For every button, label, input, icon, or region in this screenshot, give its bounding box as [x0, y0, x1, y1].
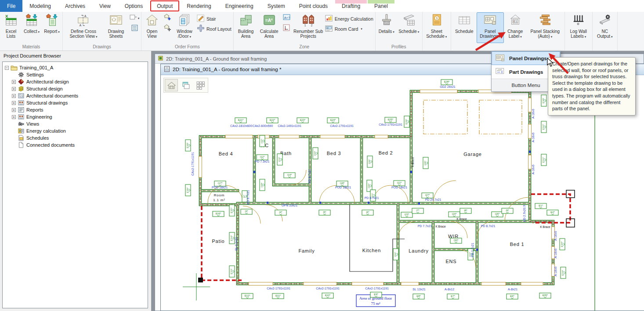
house-move-button[interactable]	[162, 24, 173, 33]
sheet-schedule-button[interactable]: 1Sheet Schedule▾	[423, 12, 450, 43]
window-door-button[interactable]: Window /Door▾	[173, 12, 196, 43]
window-door-icon	[178, 14, 191, 27]
excel-lists-button[interactable]: XExcel Lists	[1, 12, 21, 43]
a-eq-button[interactable]: A=?	[282, 14, 292, 23]
tab-rendering[interactable]: Rendering	[180, 0, 218, 12]
home-view-button[interactable]	[165, 79, 178, 91]
tree-item-label: Architectural documents	[26, 93, 78, 98]
svg-text:I8*: I8*	[464, 209, 467, 212]
tab-point-clouds[interactable]: Point clouds	[292, 0, 335, 12]
tab-archives[interactable]: Archives	[58, 0, 92, 12]
schedule-button[interactable]: Schedule	[452, 12, 477, 43]
panel-stacking-icon	[539, 14, 552, 27]
tree-item-reports[interactable]: +Reports	[4, 106, 147, 113]
room-card-button[interactable]: A¹Room Card▾	[325, 24, 373, 33]
tree-expander[interactable]: −	[5, 66, 9, 70]
tree-item-label: Engineering	[26, 114, 52, 119]
dropdown-caret-icon: ▾	[58, 30, 60, 33]
drawing-sheets-button[interactable]: Drawing Sheets	[103, 12, 129, 43]
panel-tag: E23*	[297, 118, 308, 123]
tab-modeling[interactable]: Modeling	[22, 0, 58, 12]
tab-file[interactable]: File	[0, 0, 22, 12]
doc-draw-icon	[18, 100, 25, 106]
tab-drafting[interactable]: Drafting	[335, 0, 367, 12]
svg-text:I24*: I24*	[452, 213, 457, 215]
open-view-button[interactable]: Open View	[142, 12, 162, 43]
dimension-label: A-8x21	[508, 288, 517, 291]
panel-drawings-icon	[494, 53, 506, 63]
tree-item-views[interactable]: Views	[4, 120, 147, 127]
define-cross-icon: AA	[77, 14, 90, 27]
plan-labels: Bed 4WCBathBed 3Bed 2GarageRoom1.1 m²Pat…	[185, 80, 566, 299]
tab-panel[interactable]: Panel	[367, 0, 395, 12]
list-small-button[interactable]	[129, 24, 140, 33]
renumber-sub-projects-button[interactable]: 12Renumber Sub Projects	[293, 12, 324, 43]
home-frame-icon	[167, 81, 176, 90]
project-document-browser-panel: Project Document Browser −Training_001_A…	[0, 51, 152, 311]
panel-tag: I7*	[412, 208, 423, 213]
panel-tag: E28*	[441, 80, 452, 85]
tab-view[interactable]: View	[92, 0, 118, 12]
tab-output[interactable]: Output	[150, 0, 180, 12]
tree-item-schedules[interactable]: Schedules	[4, 134, 147, 141]
tree-item-structural-design[interactable]: +Structural design	[4, 85, 147, 92]
ribbon-group-label	[452, 44, 564, 51]
dimension-label: CAx2-600x590	[253, 124, 273, 127]
nc-output-button[interactable]: NC Output▾	[593, 12, 616, 43]
house-plus-button[interactable]	[162, 14, 173, 23]
panel-tag: I22*	[394, 181, 405, 186]
tab-options[interactable]: Options	[118, 0, 150, 12]
kitchen-bench	[350, 205, 405, 271]
dimension-label: PD 7.7x21	[418, 224, 432, 228]
thumb-button[interactable]: ▾	[129, 14, 140, 23]
panel-tag: I14*	[284, 173, 295, 178]
details-button[interactable]: Details▾	[376, 12, 397, 43]
tree-item-architectural-documents[interactable]: +Architectural documents	[4, 92, 147, 99]
tree-item-root[interactable]: −Training_001_A	[4, 64, 147, 71]
tree-expander[interactable]: +	[12, 108, 16, 112]
tree-item-connected-documents[interactable]: Connected documents	[4, 141, 147, 148]
ribbon-group-materials: XExcel ListsCollect▾Report▾Materials	[0, 12, 63, 51]
grid-views-button[interactable]	[194, 79, 207, 91]
stair-button[interactable]: Stair	[197, 14, 232, 23]
panel-stacking-auto-button[interactable]: Panel Stacking (Auto)▾	[527, 12, 564, 43]
ribbon-group-misc: Log Wall Labels▾	[565, 12, 593, 51]
report-button[interactable]: Report▾	[42, 12, 62, 43]
svg-text:=A²: =A²	[265, 18, 272, 23]
room-label: ENS	[445, 259, 456, 264]
define-cross-section-view-button[interactable]: AADefine Cross Section View▾	[64, 12, 103, 43]
tree-item-label: Reports	[26, 107, 43, 112]
panel-tag: E10*	[322, 293, 333, 298]
collect-button[interactable]: Collect▾	[21, 12, 42, 43]
tree-item-energy-calculation[interactable]: Energy calculation	[4, 127, 147, 134]
roof-layout-button[interactable]: Roof Layout	[197, 24, 232, 33]
tree-expander[interactable]: +	[12, 87, 16, 91]
svg-text:I12*: I12*	[260, 156, 265, 158]
dimension-label: OPN 10x21	[282, 204, 297, 207]
tree-expander[interactable]: +	[12, 80, 16, 84]
tab-label: Options	[125, 3, 143, 9]
tab-system[interactable]: System	[260, 0, 292, 12]
tree-expander[interactable]: +	[12, 101, 16, 105]
tree-expander[interactable]: +	[12, 115, 16, 119]
log-wall-labels-button[interactable]: Log Wall Labels▾	[566, 12, 591, 43]
cascade-windows-button[interactable]	[179, 79, 192, 91]
tree-item-settings[interactable]: Settings	[4, 71, 147, 78]
schedule-button[interactable]: Schedule▾	[397, 12, 421, 43]
energy-calculation-button[interactable]: Energy Calculation	[325, 14, 373, 23]
change-label-button[interactable]: E1Change Label▾	[504, 12, 527, 43]
tree-item-architectural-design[interactable]: +Architectural design	[4, 78, 147, 85]
building-area-button[interactable]: Building Area	[235, 12, 257, 43]
small-button-stack	[162, 12, 173, 35]
panel-tag: I5*	[319, 210, 330, 215]
tree-item-engineering[interactable]: +Engineering	[4, 113, 147, 120]
back-doc-icon	[158, 55, 163, 61]
button-label: Sheet Schedule▾	[424, 29, 449, 39]
svg-text:I6*: I6*	[366, 211, 369, 213]
l-square-button[interactable]	[282, 24, 292, 33]
panel-drawings-button[interactable]: Panel Drawings▾	[477, 12, 504, 43]
calculate-area-button[interactable]: =A²Calculate Area	[257, 12, 281, 43]
tab-engineering[interactable]: Engineering	[218, 0, 260, 12]
tree-item-structural-drawings[interactable]: +Structural drawings	[4, 99, 147, 106]
tree-expander[interactable]: +	[12, 94, 16, 98]
